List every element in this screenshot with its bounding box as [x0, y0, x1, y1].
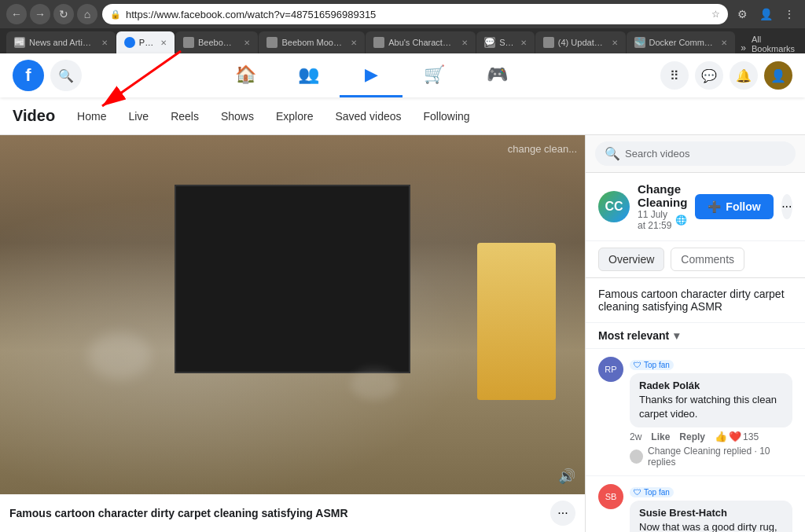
comment-item-2: SB 🛡 Top fan Susie Brest-Hatch Now that … [586, 476, 805, 532]
tab-live[interactable]: Live [119, 105, 158, 127]
home-button[interactable]: ⌂ [77, 4, 97, 24]
page-more-options-button[interactable]: ··· [781, 194, 792, 219]
browser-chrome: ← → ↻ ⌂ 🔒 https://www.facebook.com/watch… [0, 0, 805, 53]
nav-marketplace[interactable]: 🛒 [402, 53, 465, 97]
profile-icon[interactable]: 👤 [756, 5, 775, 24]
comments-sort-label: Most relevant [598, 329, 669, 342]
sort-dropdown-icon[interactable]: ▾ [674, 329, 679, 342]
tab-close-2-icon[interactable]: ✕ [244, 39, 250, 47]
comment-content-1: 🛡 Top fan Radek Polák Thanks for watchin… [630, 357, 792, 427]
tab-close-icon[interactable]: ✕ [101, 39, 108, 47]
all-bookmarks-button[interactable]: All Bookmarks [752, 35, 799, 53]
bookmarks-label: All Bookmarks [752, 35, 799, 53]
page-name[interactable]: Change Cleaning [638, 182, 687, 209]
nav-friends[interactable]: 👥 [277, 53, 340, 97]
comment-user-2[interactable]: Susie Brest-Hatch [639, 507, 783, 519]
carpet-element [175, 185, 410, 373]
tab-saved-videos[interactable]: Saved videos [325, 105, 410, 127]
browser-toolbar: ← → ↻ ⌂ 🔒 https://www.facebook.com/watch… [0, 0, 805, 28]
tab-slack[interactable]: 💬 Slack ✕ [476, 31, 535, 53]
tab-close-6-icon[interactable]: ✕ [612, 39, 618, 47]
volume-icon[interactable]: 🔊 [558, 468, 575, 485]
tab-explore[interactable]: Explore [266, 105, 322, 127]
reaction-count-1: 👍 ❤️ 135 [715, 431, 759, 442]
tab-beebom[interactable]: Beebom —... ✕ [175, 31, 258, 53]
back-button[interactable]: ← [6, 4, 27, 24]
water-bubble-1 [88, 332, 151, 380]
badge-icon-1: 🛡 [634, 361, 641, 369]
tab-overview[interactable]: Overview [598, 248, 664, 271]
tab-posts[interactable]: Posts ✕ [116, 31, 175, 53]
like-button-1[interactable]: Like [651, 431, 670, 442]
address-bar[interactable]: 🔒 https://www.facebook.com/watch?v=48751… [102, 4, 728, 24]
fb-logo[interactable]: f [13, 60, 44, 91]
tab-favicon-fb [124, 37, 135, 48]
tabs-overflow[interactable]: » [736, 42, 751, 53]
main-content: change clean... 🔊 Famous cartoon charact… [0, 135, 805, 532]
tab-abu[interactable]: Abu's Character Sho... ✕ [366, 31, 476, 53]
tab-label-4: Abu's Character Sho... [388, 38, 454, 47]
video-title-bar: Famous cartoon character dirty carpet cl… [0, 494, 585, 532]
fb-search-button[interactable]: 🔍 [50, 60, 82, 91]
sidebar-search-area: 🔍 Search videos [586, 135, 805, 173]
browser-tabs: 📰 News and Article to... ✕ Posts ✕ Beebo… [0, 28, 805, 53]
tab-docker[interactable]: 🐳 Docker Commands... ✕ [627, 31, 736, 53]
menu-icon[interactable]: ⋮ [780, 5, 799, 24]
follow-button[interactable]: ➕ Follow [695, 194, 773, 219]
tab-close-3-icon[interactable]: ✕ [351, 39, 357, 47]
comment-header-2: SB 🛡 Top fan Susie Brest-Hatch Now that … [598, 484, 792, 532]
tab-shows[interactable]: Shows [211, 105, 263, 127]
user-avatar[interactable]: 👤 [764, 61, 792, 90]
fb-nav: 🏠 👥 ▶ 🛒 🎮 [82, 53, 660, 97]
comment-avatar-1: RP [598, 357, 623, 382]
video-section[interactable]: change clean... 🔊 Famous cartoon charact… [0, 135, 585, 532]
forward-button[interactable]: → [30, 4, 50, 24]
tab-close-active-icon[interactable]: ✕ [160, 39, 167, 47]
tab-favicon-2 [183, 37, 194, 48]
tab-close-4-icon[interactable]: ✕ [461, 39, 468, 47]
video-page-title: Video [13, 107, 55, 125]
heart-emoji-1: ❤️ [729, 431, 741, 442]
grid-menu-button[interactable]: ⠿ [660, 61, 689, 90]
notifications-button[interactable]: 🔔 [730, 61, 758, 90]
tab-mooncamp[interactable]: Beebom Mooncamp ✕ [259, 31, 365, 53]
sidebar-tabs: Overview Comments [586, 241, 805, 278]
tab-updates[interactable]: (4) Updates RT ✕ [535, 31, 626, 53]
bookmark-star-icon: ☆ [711, 9, 720, 20]
video-title-text: Famous cartoon character dirty carpet cl… [9, 507, 348, 519]
nav-home[interactable]: 🏠 [214, 53, 277, 97]
follow-icon: ➕ [708, 200, 721, 213]
reply-button-1[interactable]: Reply [679, 431, 705, 442]
tab-following[interactable]: Following [414, 105, 480, 127]
reaction-number-1: 135 [743, 431, 759, 442]
tab-label-5: Slack [499, 38, 513, 47]
comments-header: Most relevant ▾ [586, 323, 805, 349]
sidebar-page-header: CC Change Cleaning 11 July at 21:59 🌐 ➕ … [586, 173, 805, 241]
tab-label-6: (4) Updates RT [558, 38, 605, 47]
sidebar-search-placeholder: Search videos [625, 148, 689, 160]
tab-comments[interactable]: Comments [671, 248, 744, 271]
sidebar-search-box[interactable]: 🔍 Search videos [595, 141, 796, 166]
nav-watch[interactable]: ▶ [340, 53, 402, 97]
extensions-icon[interactable]: ⚙ [733, 5, 752, 24]
page-date: 11 July at 21:59 🌐 [638, 209, 687, 231]
tab-close-5-icon[interactable]: ✕ [520, 39, 527, 47]
replied-avatar-1 [630, 449, 643, 464]
page-info: Change Cleaning 11 July at 21:59 🌐 [638, 182, 687, 231]
refresh-button[interactable]: ↻ [53, 4, 74, 24]
comment-bubble-1: Radek Polák Thanks for watching this cle… [630, 373, 792, 427]
video-container[interactable]: change clean... 🔊 [0, 135, 585, 494]
comment-text-1: Thanks for watching this clean carpet vi… [639, 393, 783, 421]
messenger-button[interactable]: 💬 [695, 61, 723, 90]
url-text: https://www.facebook.com/watch?v=4875165… [126, 9, 707, 20]
tab-news[interactable]: 📰 News and Article to... ✕ [6, 31, 116, 53]
comment-user-1[interactable]: Radek Polák [639, 380, 783, 391]
comment-bubble-2: Susie Brest-Hatch Now that was a good di… [630, 501, 792, 532]
replied-line-1[interactable]: Change Cleaning replied · 10 replies [630, 446, 792, 468]
tab-reels[interactable]: Reels [161, 105, 208, 127]
tab-home[interactable]: Home [68, 105, 116, 127]
video-more-options-button[interactable]: ··· [550, 501, 575, 526]
tab-label-posts: Posts [139, 38, 153, 47]
tab-close-7-icon[interactable]: ✕ [721, 39, 727, 47]
nav-gaming[interactable]: 🎮 [465, 53, 528, 97]
